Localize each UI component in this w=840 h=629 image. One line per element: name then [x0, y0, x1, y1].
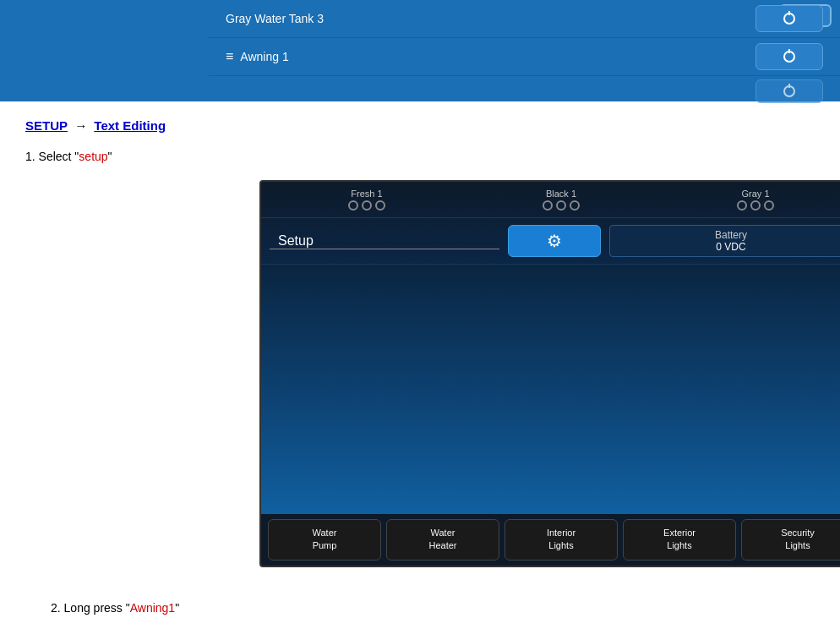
water-pump-line1: Water: [313, 528, 337, 538]
water-pump-line2: Pump: [313, 540, 337, 550]
black-circle-2: [556, 200, 566, 211]
black-circles: [543, 200, 580, 211]
instruction-1-prefix: 1. Select ": [25, 150, 79, 163]
instruction-2: 2. Long press "Awning1": [25, 593, 815, 623]
water-heater-line1: Water: [431, 528, 455, 538]
security-lights-line1: Security: [781, 528, 815, 538]
document-section: SETUP → Text Editing 1. Select "setup" F…: [0, 101, 840, 629]
arrow: →: [74, 118, 87, 133]
text-editing[interactable]: Text Editing: [94, 118, 166, 133]
interior-lights-button[interactable]: Interior Lights: [505, 519, 618, 561]
instruction-2-suffix: ": [175, 601, 179, 615]
instruction-1: 1. Select "setup": [25, 150, 815, 163]
gray-circles: [737, 200, 774, 211]
black-tank-indicator: Black 1: [464, 189, 658, 211]
gray-circle-1: [737, 200, 747, 211]
instruction-1-suffix: ": [108, 150, 112, 163]
black-circle-1: [543, 200, 553, 211]
fresh-circle-3: [375, 200, 385, 211]
instruction-1-highlight: setup: [79, 150, 107, 163]
fresh-circle-1: [348, 200, 358, 211]
water-heater-line2: Heater: [428, 540, 456, 550]
power-icon: [783, 13, 795, 25]
fresh-circle-2: [362, 200, 372, 211]
gray-water-button[interactable]: [755, 5, 823, 32]
fresh-label: Fresh 1: [351, 189, 382, 199]
power-icon: [783, 51, 795, 63]
top-panel: Info Gray Water Tank 3 Awning 1: [0, 0, 840, 101]
device-screen: Fresh 1 Black 1 Gray 1: [259, 180, 840, 567]
partial-button[interactable]: [755, 79, 823, 103]
setup-row-label: Setup: [270, 233, 499, 249]
exterior-lights-line1: Exterior: [663, 528, 695, 538]
setup-text[interactable]: SETUP: [25, 118, 68, 133]
setup-gear-button[interactable]: ⚙: [508, 225, 601, 257]
battery-box: Battery 0 VDC: [609, 225, 840, 257]
partial-row: [209, 76, 840, 101]
awning-row: Awning 1: [209, 38, 840, 76]
exterior-lights-button[interactable]: Exterior Lights: [623, 519, 736, 561]
gray-circle-3: [764, 200, 774, 211]
instruction-2-prefix: 2. Long press ": [51, 601, 130, 615]
instruction-2-highlight: Awning1: [130, 601, 175, 615]
interior-lights-line2: Lights: [548, 540, 573, 550]
water-heater-button[interactable]: Water Heater: [386, 519, 499, 561]
black-label: Black 1: [546, 189, 576, 199]
awning-label: Awning 1: [226, 49, 755, 64]
gray-water-label: Gray Water Tank 3: [226, 12, 755, 25]
gray-water-row: Gray Water Tank 3: [209, 0, 840, 38]
security-lights-line2: Lights: [785, 540, 810, 550]
water-pump-button[interactable]: Water Pump: [268, 519, 381, 561]
fresh-tank-indicator: Fresh 1: [270, 189, 464, 211]
gray-tank-indicator: Gray 1: [658, 189, 840, 211]
exterior-lights-line2: Lights: [667, 540, 691, 550]
fresh-circles: [348, 200, 385, 211]
setup-link: SETUP → Text Editing: [25, 118, 815, 133]
screen-footer: Water Pump Water Heater Interior Lights …: [261, 514, 840, 566]
security-lights-button[interactable]: Security Lights: [741, 519, 840, 561]
battery-label: Battery: [620, 229, 840, 241]
gear-icon: ⚙: [547, 231, 562, 251]
gray-circle-2: [750, 200, 761, 211]
interior-lights-line1: Interior: [547, 528, 575, 538]
black-circle-3: [570, 200, 580, 211]
gray-label: Gray 1: [741, 189, 769, 199]
battery-value: 0 VDC: [620, 241, 840, 253]
screen-main: [261, 265, 840, 514]
screen-header: Fresh 1 Black 1 Gray 1: [261, 182, 840, 218]
awning-button[interactable]: [755, 43, 823, 70]
setup-row: Setup ⚙ Battery 0 VDC: [261, 218, 840, 265]
power-icon: [783, 85, 795, 97]
